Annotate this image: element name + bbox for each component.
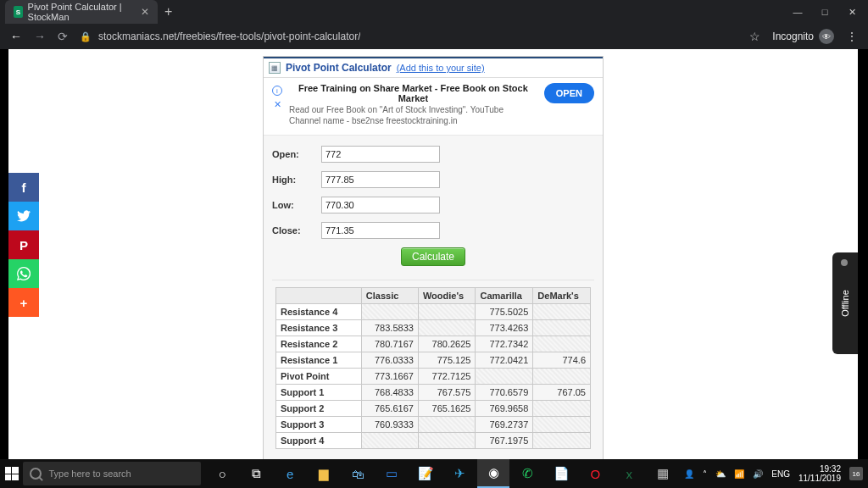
input-low[interactable] <box>321 197 440 214</box>
share-facebook-icon[interactable]: f <box>8 173 39 202</box>
results-header: Camarilla <box>476 288 533 304</box>
url-bar: ← → ⟳ 🔒 stockmaniacs.net/freebies/free-t… <box>0 24 868 49</box>
task-telegram-icon[interactable]: ✈ <box>443 459 476 488</box>
window-maximize-icon[interactable]: □ <box>819 7 831 18</box>
row-label: Support 4 <box>276 433 362 449</box>
cell-woodie: 780.2625 <box>418 336 476 352</box>
tray-people-icon[interactable]: 👤 <box>684 469 694 479</box>
cell-camarilla: 772.0421 <box>476 352 533 369</box>
cell-woodie: 775.125 <box>418 352 476 369</box>
calculator-header: ▦ Pivot Point Calculator (Add this to yo… <box>264 57 603 78</box>
window-close-icon[interactable]: ✕ <box>846 7 858 18</box>
nav-reload-icon[interactable]: ⟳ <box>58 30 68 43</box>
start-button[interactable] <box>0 467 23 480</box>
table-row: Support 2765.6167765.1625769.9658 <box>276 401 591 417</box>
tray-wifi-icon[interactable]: 📶 <box>734 469 744 479</box>
task-explorer-icon[interactable]: ▆ <box>308 459 340 488</box>
add-to-site-link[interactable]: (Add this to your site) <box>397 63 485 73</box>
cell-demark <box>533 433 591 449</box>
tray-date: 11/11/2019 <box>798 474 841 483</box>
task-docs-icon[interactable]: 📄 <box>545 459 577 488</box>
page-content: f P + ▦ Pivot Point Calculator (Add this… <box>8 49 858 459</box>
info-icon[interactable]: i <box>272 86 282 96</box>
social-share-bar: f P + <box>8 173 39 317</box>
task-app1-icon[interactable]: ▭ <box>376 459 408 488</box>
promo-close-icon[interactable]: ✕ <box>274 99 281 110</box>
offline-label: Offline <box>840 290 850 317</box>
bookmark-star-icon[interactable]: ☆ <box>749 30 760 43</box>
cell-woodie <box>418 433 476 449</box>
table-row: Support 4767.1975 <box>276 433 591 449</box>
share-twitter-icon[interactable] <box>8 202 39 230</box>
cell-classic: 760.9333 <box>361 417 418 433</box>
tab-close-icon[interactable]: ✕ <box>141 6 149 18</box>
offline-status-dot <box>841 259 848 266</box>
new-tab-button[interactable]: + <box>164 4 172 19</box>
browser-menu-icon[interactable]: ⋮ <box>846 30 858 43</box>
task-store-icon[interactable]: 🛍 <box>342 459 374 488</box>
row-label: Support 2 <box>276 401 362 417</box>
tray-cloud-icon[interactable]: ⛅ <box>715 469 726 479</box>
nav-forward-icon[interactable]: → <box>34 30 46 43</box>
browser-tab[interactable]: S Pivot Point Calculator | StockMan ✕ <box>5 0 158 24</box>
url-text: stockmaniacs.net/freebies/free-tools/piv… <box>98 30 360 42</box>
tray-sound-icon[interactable]: 🔊 <box>753 469 763 479</box>
cell-demark <box>533 417 591 433</box>
promo-open-button[interactable]: OPEN <box>544 83 594 103</box>
offline-side-tab[interactable]: Offline <box>832 252 858 354</box>
page-viewport: f P + ▦ Pivot Point Calculator (Add this… <box>0 49 868 459</box>
share-pinterest-icon[interactable]: P <box>8 230 39 259</box>
tray-up-icon[interactable]: ˄ <box>703 469 707 479</box>
cell-woodie: 765.1625 <box>418 401 476 417</box>
row-label: Support 1 <box>276 385 362 401</box>
task-whatsapp-icon[interactable]: ✆ <box>511 459 543 488</box>
table-row: Pivot Point773.1667772.7125 <box>276 369 591 385</box>
input-close[interactable] <box>321 222 440 239</box>
tray-time: 19:32 <box>798 464 841 474</box>
tray-clock[interactable]: 19:32 11/11/2019 <box>798 464 841 483</box>
label-close: Close: <box>272 225 321 236</box>
cell-classic: 783.5833 <box>361 320 418 336</box>
cell-demark <box>533 401 591 417</box>
results-header <box>276 288 362 304</box>
lock-icon: 🔒 <box>80 31 92 42</box>
task-opera-icon[interactable]: O <box>579 459 611 488</box>
cell-woodie <box>418 304 476 320</box>
task-chrome-icon[interactable]: ◉ <box>477 459 509 488</box>
tab-strip: S Pivot Point Calculator | StockMan ✕ + … <box>0 0 868 24</box>
share-whatsapp-icon[interactable] <box>8 259 39 288</box>
label-open: Open: <box>272 149 321 159</box>
task-cortana-icon[interactable]: ○ <box>206 459 238 488</box>
task-excel-icon[interactable]: x <box>613 459 645 488</box>
results-table: ClassicWoodie'sCamarillaDeMark'sResistan… <box>275 287 591 449</box>
tab-favicon: S <box>14 6 23 18</box>
row-label: Resistance 1 <box>276 352 362 369</box>
share-more-icon[interactable]: + <box>8 288 39 317</box>
input-high[interactable] <box>321 171 440 188</box>
task-taskview-icon[interactable]: ⧉ <box>240 459 272 488</box>
task-edge-icon[interactable]: e <box>274 459 306 488</box>
table-row: Support 1768.4833767.575770.6579767.05 <box>276 385 591 401</box>
incognito-indicator: Incognito 👁 <box>772 29 834 44</box>
task-generic-icon[interactable]: ▦ <box>647 459 679 488</box>
taskbar-search[interactable]: Type here to search <box>23 462 201 485</box>
input-open[interactable] <box>321 146 440 163</box>
cell-camarilla <box>476 369 533 385</box>
nav-back-icon[interactable]: ← <box>10 30 22 43</box>
cell-woodie <box>418 320 476 336</box>
calculate-button[interactable]: Calculate <box>401 247 465 266</box>
table-row: Resistance 3783.5833773.4263 <box>276 320 591 336</box>
url-field[interactable]: 🔒 stockmaniacs.net/freebies/free-tools/p… <box>80 30 737 42</box>
cell-camarilla: 767.1975 <box>476 433 533 449</box>
cell-camarilla: 769.9658 <box>476 401 533 417</box>
incognito-label: Incognito <box>772 30 814 42</box>
tray-notifications-icon[interactable]: 16 <box>849 467 863 480</box>
label-low: Low: <box>272 200 321 210</box>
promo-info-column: i ✕ <box>272 83 282 110</box>
window-minimize-icon[interactable]: — <box>792 7 804 18</box>
task-notes-icon[interactable]: 📝 <box>409 459 442 488</box>
tray-language[interactable]: ENG <box>771 469 790 479</box>
row-label: Support 3 <box>276 417 362 433</box>
cell-classic: 765.6167 <box>361 401 418 417</box>
row-label: Resistance 2 <box>276 336 362 352</box>
